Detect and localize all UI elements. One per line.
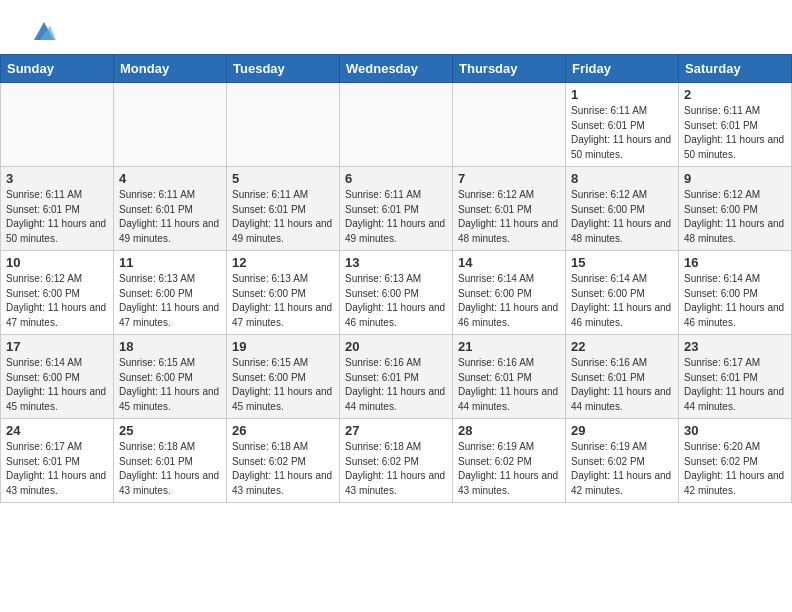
day-number: 21 bbox=[458, 339, 560, 354]
day-number: 3 bbox=[6, 171, 108, 186]
day-number: 27 bbox=[345, 423, 447, 438]
day-info: Sunrise: 6:11 AMSunset: 6:01 PMDaylight:… bbox=[232, 188, 334, 246]
day-info: Sunrise: 6:17 AMSunset: 6:01 PMDaylight:… bbox=[6, 440, 108, 498]
calendar-cell: 10Sunrise: 6:12 AMSunset: 6:00 PMDayligh… bbox=[1, 251, 114, 335]
day-info: Sunrise: 6:19 AMSunset: 6:02 PMDaylight:… bbox=[458, 440, 560, 498]
day-number: 11 bbox=[119, 255, 221, 270]
day-number: 8 bbox=[571, 171, 673, 186]
calendar-table: SundayMondayTuesdayWednesdayThursdayFrid… bbox=[0, 54, 792, 503]
day-info: Sunrise: 6:11 AMSunset: 6:01 PMDaylight:… bbox=[6, 188, 108, 246]
calendar-cell: 26Sunrise: 6:18 AMSunset: 6:02 PMDayligh… bbox=[227, 419, 340, 503]
calendar-cell bbox=[114, 83, 227, 167]
calendar-cell: 15Sunrise: 6:14 AMSunset: 6:00 PMDayligh… bbox=[566, 251, 679, 335]
day-info: Sunrise: 6:17 AMSunset: 6:01 PMDaylight:… bbox=[684, 356, 786, 414]
calendar-cell: 30Sunrise: 6:20 AMSunset: 6:02 PMDayligh… bbox=[679, 419, 792, 503]
day-number: 24 bbox=[6, 423, 108, 438]
day-number: 10 bbox=[6, 255, 108, 270]
weekday-header-tuesday: Tuesday bbox=[227, 55, 340, 83]
day-info: Sunrise: 6:18 AMSunset: 6:02 PMDaylight:… bbox=[232, 440, 334, 498]
calendar-cell: 5Sunrise: 6:11 AMSunset: 6:01 PMDaylight… bbox=[227, 167, 340, 251]
calendar-cell: 27Sunrise: 6:18 AMSunset: 6:02 PMDayligh… bbox=[340, 419, 453, 503]
day-number: 12 bbox=[232, 255, 334, 270]
calendar-cell bbox=[340, 83, 453, 167]
day-info: Sunrise: 6:18 AMSunset: 6:02 PMDaylight:… bbox=[345, 440, 447, 498]
day-info: Sunrise: 6:11 AMSunset: 6:01 PMDaylight:… bbox=[684, 104, 786, 162]
day-number: 5 bbox=[232, 171, 334, 186]
calendar-cell: 19Sunrise: 6:15 AMSunset: 6:00 PMDayligh… bbox=[227, 335, 340, 419]
day-number: 13 bbox=[345, 255, 447, 270]
day-number: 6 bbox=[345, 171, 447, 186]
day-info: Sunrise: 6:18 AMSunset: 6:01 PMDaylight:… bbox=[119, 440, 221, 498]
day-info: Sunrise: 6:12 AMSunset: 6:00 PMDaylight:… bbox=[6, 272, 108, 330]
day-info: Sunrise: 6:15 AMSunset: 6:00 PMDaylight:… bbox=[232, 356, 334, 414]
calendar-cell: 28Sunrise: 6:19 AMSunset: 6:02 PMDayligh… bbox=[453, 419, 566, 503]
day-info: Sunrise: 6:15 AMSunset: 6:00 PMDaylight:… bbox=[119, 356, 221, 414]
calendar-week-row: 24Sunrise: 6:17 AMSunset: 6:01 PMDayligh… bbox=[1, 419, 792, 503]
day-number: 15 bbox=[571, 255, 673, 270]
weekday-header-friday: Friday bbox=[566, 55, 679, 83]
day-info: Sunrise: 6:14 AMSunset: 6:00 PMDaylight:… bbox=[458, 272, 560, 330]
calendar-cell: 2Sunrise: 6:11 AMSunset: 6:01 PMDaylight… bbox=[679, 83, 792, 167]
calendar-cell: 9Sunrise: 6:12 AMSunset: 6:00 PMDaylight… bbox=[679, 167, 792, 251]
day-number: 22 bbox=[571, 339, 673, 354]
calendar-cell: 17Sunrise: 6:14 AMSunset: 6:00 PMDayligh… bbox=[1, 335, 114, 419]
calendar-week-row: 1Sunrise: 6:11 AMSunset: 6:01 PMDaylight… bbox=[1, 83, 792, 167]
day-number: 23 bbox=[684, 339, 786, 354]
day-info: Sunrise: 6:16 AMSunset: 6:01 PMDaylight:… bbox=[571, 356, 673, 414]
calendar-cell: 3Sunrise: 6:11 AMSunset: 6:01 PMDaylight… bbox=[1, 167, 114, 251]
day-number: 2 bbox=[684, 87, 786, 102]
day-info: Sunrise: 6:19 AMSunset: 6:02 PMDaylight:… bbox=[571, 440, 673, 498]
day-info: Sunrise: 6:16 AMSunset: 6:01 PMDaylight:… bbox=[345, 356, 447, 414]
calendar-week-row: 17Sunrise: 6:14 AMSunset: 6:00 PMDayligh… bbox=[1, 335, 792, 419]
calendar-cell: 25Sunrise: 6:18 AMSunset: 6:01 PMDayligh… bbox=[114, 419, 227, 503]
day-info: Sunrise: 6:11 AMSunset: 6:01 PMDaylight:… bbox=[571, 104, 673, 162]
calendar-cell: 7Sunrise: 6:12 AMSunset: 6:01 PMDaylight… bbox=[453, 167, 566, 251]
weekday-header-row: SundayMondayTuesdayWednesdayThursdayFrid… bbox=[1, 55, 792, 83]
calendar-cell bbox=[453, 83, 566, 167]
day-number: 17 bbox=[6, 339, 108, 354]
weekday-header-saturday: Saturday bbox=[679, 55, 792, 83]
logo-icon bbox=[30, 18, 58, 46]
calendar-cell: 20Sunrise: 6:16 AMSunset: 6:01 PMDayligh… bbox=[340, 335, 453, 419]
day-number: 4 bbox=[119, 171, 221, 186]
day-info: Sunrise: 6:13 AMSunset: 6:00 PMDaylight:… bbox=[119, 272, 221, 330]
day-number: 29 bbox=[571, 423, 673, 438]
day-number: 28 bbox=[458, 423, 560, 438]
day-number: 16 bbox=[684, 255, 786, 270]
weekday-header-sunday: Sunday bbox=[1, 55, 114, 83]
day-number: 18 bbox=[119, 339, 221, 354]
calendar-week-row: 3Sunrise: 6:11 AMSunset: 6:01 PMDaylight… bbox=[1, 167, 792, 251]
calendar-cell: 12Sunrise: 6:13 AMSunset: 6:00 PMDayligh… bbox=[227, 251, 340, 335]
day-info: Sunrise: 6:13 AMSunset: 6:00 PMDaylight:… bbox=[232, 272, 334, 330]
calendar-cell: 8Sunrise: 6:12 AMSunset: 6:00 PMDaylight… bbox=[566, 167, 679, 251]
calendar-cell: 24Sunrise: 6:17 AMSunset: 6:01 PMDayligh… bbox=[1, 419, 114, 503]
day-number: 30 bbox=[684, 423, 786, 438]
day-number: 20 bbox=[345, 339, 447, 354]
calendar-week-row: 10Sunrise: 6:12 AMSunset: 6:00 PMDayligh… bbox=[1, 251, 792, 335]
calendar-cell: 23Sunrise: 6:17 AMSunset: 6:01 PMDayligh… bbox=[679, 335, 792, 419]
calendar-cell bbox=[227, 83, 340, 167]
day-info: Sunrise: 6:14 AMSunset: 6:00 PMDaylight:… bbox=[684, 272, 786, 330]
day-info: Sunrise: 6:14 AMSunset: 6:00 PMDaylight:… bbox=[571, 272, 673, 330]
calendar-cell: 18Sunrise: 6:15 AMSunset: 6:00 PMDayligh… bbox=[114, 335, 227, 419]
day-number: 1 bbox=[571, 87, 673, 102]
weekday-header-wednesday: Wednesday bbox=[340, 55, 453, 83]
day-info: Sunrise: 6:12 AMSunset: 6:00 PMDaylight:… bbox=[684, 188, 786, 246]
day-number: 14 bbox=[458, 255, 560, 270]
day-info: Sunrise: 6:11 AMSunset: 6:01 PMDaylight:… bbox=[345, 188, 447, 246]
day-info: Sunrise: 6:20 AMSunset: 6:02 PMDaylight:… bbox=[684, 440, 786, 498]
calendar-cell: 1Sunrise: 6:11 AMSunset: 6:01 PMDaylight… bbox=[566, 83, 679, 167]
day-info: Sunrise: 6:13 AMSunset: 6:00 PMDaylight:… bbox=[345, 272, 447, 330]
day-info: Sunrise: 6:14 AMSunset: 6:00 PMDaylight:… bbox=[6, 356, 108, 414]
day-number: 9 bbox=[684, 171, 786, 186]
day-info: Sunrise: 6:12 AMSunset: 6:01 PMDaylight:… bbox=[458, 188, 560, 246]
day-number: 26 bbox=[232, 423, 334, 438]
page-header bbox=[0, 0, 792, 54]
calendar-cell bbox=[1, 83, 114, 167]
logo bbox=[24, 18, 58, 46]
calendar-cell: 13Sunrise: 6:13 AMSunset: 6:00 PMDayligh… bbox=[340, 251, 453, 335]
calendar-cell: 6Sunrise: 6:11 AMSunset: 6:01 PMDaylight… bbox=[340, 167, 453, 251]
day-number: 25 bbox=[119, 423, 221, 438]
day-number: 7 bbox=[458, 171, 560, 186]
day-info: Sunrise: 6:11 AMSunset: 6:01 PMDaylight:… bbox=[119, 188, 221, 246]
